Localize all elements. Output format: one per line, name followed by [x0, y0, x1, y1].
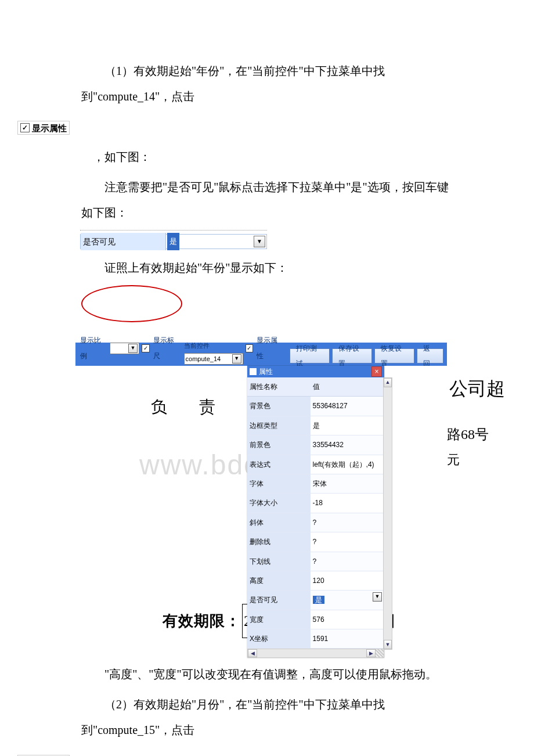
property-value[interactable]: 576: [311, 610, 384, 629]
property-name: X坐标: [247, 629, 311, 649]
property-row[interactable]: 背景色553648127: [247, 397, 384, 416]
paragraph-5: （2）有效期起始"月份"，在"当前控件"中下拉菜单中找到"compute_15"…: [81, 692, 453, 743]
print-test-button[interactable]: 打印测试: [290, 348, 330, 363]
scroll-right-icon[interactable]: ▶: [366, 649, 376, 657]
ui-toolbar: 显示比例 ▼ ✓ 显示标尺 当前控件 compute_14 ▼ ✓ 显示属性: [75, 343, 447, 366]
property-name: 高度: [247, 571, 311, 590]
property-title-bar: ▭ 属性 ×: [247, 366, 384, 377]
property-value[interactable]: ?: [311, 532, 384, 552]
return-button[interactable]: 返回: [417, 348, 443, 363]
show-ruler-checkbox[interactable]: ✓: [142, 344, 150, 352]
property-name: 边框类型: [247, 416, 311, 435]
property-row[interactable]: 宽度576: [247, 610, 384, 629]
property-title: 属性: [259, 364, 273, 379]
property-row[interactable]: 是否可见是▼: [247, 591, 384, 610]
scroll-down-icon[interactable]: ▼: [384, 640, 392, 649]
property-col-value: 值: [311, 377, 384, 397]
property-row[interactable]: 字体大小-18: [247, 494, 384, 513]
checkbox-icon: ✓: [20, 123, 30, 132]
property-name: 字体: [247, 474, 311, 493]
property-row[interactable]: X坐标1591: [247, 629, 384, 649]
show-property-checkbox-tb[interactable]: ✓: [246, 344, 254, 352]
property-value[interactable]: 是: [311, 416, 384, 435]
property-name: 斜体: [247, 513, 311, 532]
property-col-name: 属性名称: [247, 377, 311, 397]
validity-label: 有效期限：: [163, 613, 241, 629]
chevron-down-icon: ▼: [128, 344, 138, 353]
yuan-text: 元: [447, 446, 460, 474]
property-value[interactable]: 1591: [311, 629, 384, 649]
resize-grip-icon[interactable]: [376, 649, 384, 657]
window-icon: ▭: [250, 368, 257, 375]
lu68-text: 路68号: [447, 419, 489, 450]
show-property-checkbox-1[interactable]: ✓ 显示属性: [17, 121, 70, 135]
current-control-value: compute_14: [186, 352, 221, 366]
visible-value-cell[interactable]: 是 ▼: [166, 235, 266, 249]
property-row[interactable]: 删除线?: [247, 532, 384, 552]
property-row[interactable]: 下划线?: [247, 552, 384, 571]
property-name: 字体大小: [247, 494, 311, 513]
save-setting-button[interactable]: 保存设置: [332, 348, 372, 363]
property-name: 下划线: [247, 552, 311, 571]
property-value[interactable]: 是▼: [311, 591, 384, 610]
chevron-down-icon: ▼: [232, 354, 241, 363]
property-row[interactable]: 高度120: [247, 571, 384, 590]
scale-label: 显示比例: [79, 333, 109, 363]
property-value[interactable]: ?: [311, 552, 384, 571]
property-row[interactable]: 斜体?: [247, 513, 384, 532]
gongsi-text: 公司超: [449, 368, 505, 409]
property-value[interactable]: 553648127: [311, 397, 384, 416]
show-property-label-tb: 显示属性: [255, 333, 285, 363]
scale-select[interactable]: ▼: [110, 343, 139, 354]
vertical-scrollbar[interactable]: ▲ ▼: [383, 377, 392, 650]
restore-setting-button[interactable]: 恢复设置: [374, 348, 414, 363]
property-value[interactable]: 120: [311, 571, 384, 590]
property-name: 前景色: [247, 435, 311, 455]
close-icon[interactable]: ×: [371, 366, 382, 377]
property-name: 背景色: [247, 397, 311, 416]
property-row[interactable]: 边框类型是: [247, 416, 384, 435]
property-name: 表达式: [247, 455, 311, 474]
property-name: 宽度: [247, 610, 311, 629]
property-panel: ▭ 属性 × 属性名称 值 背景色553648127边框类型是前景色335544…: [247, 366, 384, 658]
paragraph-1b: ，如下图：: [81, 144, 453, 170]
chevron-down-icon[interactable]: ▼: [254, 236, 265, 247]
horizontal-scrollbar[interactable]: ◀ ▶: [247, 649, 384, 658]
property-row[interactable]: 表达式left(有效期（起）,4): [247, 455, 384, 474]
current-control-header: 当前控件: [184, 339, 210, 352]
paragraph-4: "高度"、"宽度"可以改变现在有值调整，高度可以使用鼠标拖动。: [81, 661, 453, 687]
scroll-up-icon[interactable]: ▲: [384, 378, 392, 387]
ui-panel: 显示比例 ▼ ✓ 显示标尺 当前控件 compute_14 ▼ ✓ 显示属性: [75, 343, 447, 569]
visible-row-box: 是否可见 是 ▼: [80, 230, 267, 249]
paragraph-2: 注意需要把"是否可见"鼠标点击选择下拉菜单中"是"选项，按回车键如下图：: [81, 174, 453, 225]
show-property-label: 显示属性: [32, 118, 67, 138]
property-value[interactable]: ?: [311, 513, 384, 532]
property-value[interactable]: 宋体: [311, 474, 384, 493]
ellipse-annotation: [81, 285, 453, 331]
show-property-label-2: 显示属性: [32, 752, 67, 756]
scroll-left-icon[interactable]: ◀: [248, 649, 257, 657]
visible-label: 是否可见: [81, 233, 166, 251]
property-row[interactable]: 字体宋体: [247, 474, 384, 493]
paragraph-1: （1）有效期起始"年份"，在"当前控件"中下拉菜单中找到"compute_14"…: [81, 58, 453, 109]
chevron-down-icon[interactable]: ▼: [373, 592, 382, 602]
current-control-select[interactable]: compute_14 ▼: [184, 353, 243, 365]
property-name: 删除线: [247, 532, 311, 552]
property-name: 是否可见: [247, 591, 311, 610]
paragraph-3: 证照上有效期起始"年份"显示如下：: [81, 255, 453, 280]
property-value[interactable]: left(有效期（起）,4): [311, 455, 384, 474]
property-value[interactable]: 33554432: [311, 435, 384, 455]
show-ruler-label: 显示标尺: [152, 333, 182, 363]
property-table: 属性名称 值 背景色553648127边框类型是前景色33554432表达式le…: [247, 377, 384, 649]
property-value[interactable]: -18: [311, 494, 384, 513]
visible-selected-value: 是: [167, 233, 179, 251]
property-row[interactable]: 前景色33554432: [247, 435, 384, 455]
ui-body: 负 责 人 www.bdocx.com 公司超 路68号 元 ▭ 属性 × 属性…: [75, 366, 447, 569]
